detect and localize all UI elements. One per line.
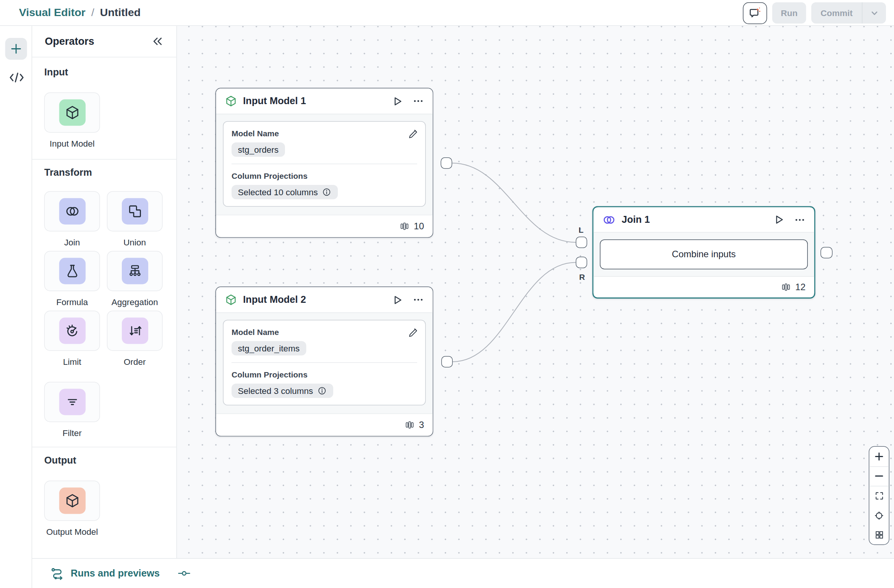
header-actions: Run Commit (743, 0, 886, 26)
runs-icon (51, 567, 64, 580)
play-icon[interactable] (773, 214, 785, 226)
sort-arrows-icon-tile (121, 318, 148, 344)
runs-and-previews-button[interactable]: Runs and previews (51, 567, 160, 580)
formula-tile (59, 258, 85, 284)
commit-button[interactable]: Commit (811, 2, 862, 24)
operator-output-model[interactable] (44, 481, 100, 521)
code-view-button[interactable] (10, 72, 24, 83)
cube-icon (64, 493, 80, 509)
breadcrumb: Visual Editor / Untitled (19, 7, 141, 19)
join-right-input-port[interactable] (576, 257, 587, 268)
operator-label: Filter (44, 428, 100, 438)
edit-pencil-icon[interactable] (408, 128, 419, 139)
columns-count-icon (400, 221, 410, 232)
section-label-input: Input (44, 67, 68, 78)
gauge-icon (64, 323, 80, 339)
node-footer: 3 (216, 414, 433, 436)
join-circles-icon (602, 213, 616, 227)
model-name-chip[interactable]: stg_order_items (232, 341, 306, 356)
info-icon (322, 187, 332, 197)
column-projections-chip[interactable]: Selected 3 columns (232, 384, 333, 398)
operator-label: Formula (44, 297, 100, 307)
operators-panel-title: Operators (45, 35, 94, 47)
ai-assistant-icon (748, 7, 761, 19)
model-name-chip[interactable]: stg_orders (232, 142, 285, 157)
more-menu-icon[interactable] (413, 95, 424, 107)
overview-button[interactable] (869, 525, 889, 544)
zoom-in-button[interactable] (869, 447, 889, 466)
add-button[interactable] (5, 38, 27, 60)
target-icon (874, 510, 884, 521)
column-projections-value: Selected 3 columns (238, 386, 313, 396)
zoom-out-button[interactable] (869, 467, 889, 486)
output-port-input-model-2[interactable] (441, 356, 453, 368)
node-footer: 12 (594, 277, 814, 297)
breadcrumb-visual-editor-link[interactable]: Visual Editor (19, 7, 86, 19)
commit-split-button: Commit (811, 2, 886, 24)
column-count: 3 (419, 420, 424, 430)
more-menu-icon[interactable] (794, 214, 806, 225)
ai-assistant-button[interactable] (743, 2, 767, 24)
play-icon[interactable] (391, 294, 404, 306)
operator-label: Order (107, 357, 163, 367)
column-count: 12 (795, 282, 806, 292)
join-right-port-label: R (579, 272, 585, 281)
model-name-label: Model Name (232, 129, 418, 138)
grid-icon (874, 530, 884, 540)
section-divider (32, 159, 177, 160)
combine-inputs-button[interactable]: Combine inputs (600, 240, 808, 270)
operator-union[interactable] (107, 191, 163, 232)
node-title: Input Model 2 (243, 294, 386, 305)
output-model-tile (59, 488, 85, 514)
column-projections-chip[interactable]: Selected 10 columns (232, 185, 338, 199)
node-input-model-2[interactable]: Input Model 2 Model Name stg_order_items… (216, 287, 434, 437)
more-menu-icon[interactable] (413, 294, 424, 305)
operator-filter[interactable] (44, 382, 100, 422)
play-icon[interactable] (391, 95, 404, 107)
node-header: Join 1 (594, 207, 814, 232)
output-port-input-model-1[interactable] (441, 157, 452, 169)
column-projections-value: Selected 10 columns (238, 187, 318, 197)
visual-editor-app: Visual Editor / Untitled Run Commit (0, 0, 894, 588)
divider (232, 363, 418, 363)
operator-order[interactable] (107, 311, 163, 351)
run-button[interactable]: Run (772, 2, 806, 24)
node-title: Input Model 1 (243, 95, 386, 107)
operator-join[interactable] (44, 191, 100, 232)
fit-view-button[interactable] (869, 487, 889, 506)
edit-pencil-icon[interactable] (408, 327, 419, 338)
columns-count-icon (404, 420, 415, 430)
model-name-label: Model Name (232, 327, 418, 336)
plus-icon (9, 42, 23, 56)
collapse-panel-button[interactable] (151, 35, 164, 48)
operators-panel-header: Operators (32, 26, 177, 58)
commit-node-toggle[interactable] (177, 570, 191, 577)
breadcrumb-separator: / (91, 7, 94, 19)
chevrons-left-icon (152, 36, 163, 47)
operator-label: Join (44, 237, 100, 247)
join-left-input-port[interactable] (576, 237, 587, 248)
column-projections-label: Column Projections (232, 171, 418, 180)
column-count: 10 (414, 221, 424, 232)
operator-input-model[interactable] (44, 93, 100, 133)
node-join-1[interactable]: Join 1 Combine inputs 12 (593, 206, 815, 299)
model-config-card: Model Name stg_orders Column Projections… (223, 121, 426, 207)
operator-formula[interactable] (44, 251, 100, 291)
node-body: Combine inputs (594, 232, 814, 277)
operator-label: Limit (44, 357, 100, 367)
operator-limit[interactable] (44, 311, 100, 351)
operator-label: Union (107, 237, 163, 247)
commit-dropdown-button[interactable] (863, 2, 886, 24)
cube-icon (225, 294, 237, 306)
center-view-button[interactable] (869, 506, 889, 525)
fullscreen-icon (874, 491, 884, 501)
join-left-port-label: L (579, 225, 584, 234)
node-input-model-1[interactable]: Input Model 1 Model Name stg_orders Colu… (216, 88, 434, 238)
node-header: Input Model 2 (216, 287, 433, 312)
operator-aggregation[interactable] (107, 251, 163, 291)
output-port-join-1[interactable] (820, 247, 833, 258)
section-label-transform: Transform (44, 167, 92, 179)
limit-tile (59, 318, 85, 344)
cube-icon (225, 95, 237, 108)
canvas-zoom-controls (869, 446, 889, 545)
